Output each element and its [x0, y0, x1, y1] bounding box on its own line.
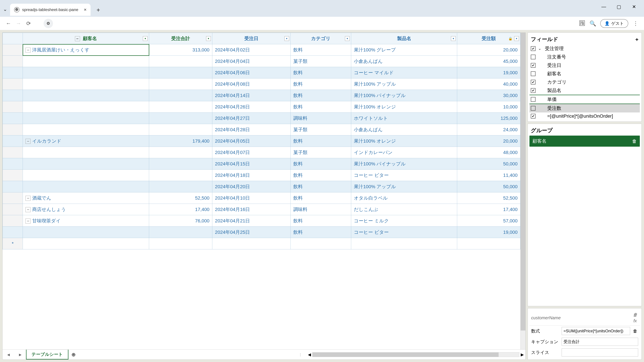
data-cell[interactable]: 飲料: [290, 90, 351, 101]
data-cell[interactable]: 2024年04月10日: [212, 192, 290, 204]
row-header[interactable]: [3, 124, 23, 135]
vertical-scrollbar[interactable]: [520, 33, 526, 350]
data-cell[interactable]: 52,500: [457, 192, 520, 204]
data-cell[interactable]: 48,000: [457, 147, 520, 158]
checkbox-icon[interactable]: [531, 71, 536, 76]
filter-dropdown-icon[interactable]: ▼: [514, 36, 519, 41]
caption-input[interactable]: [562, 338, 638, 346]
data-cell[interactable]: 45,000: [457, 56, 520, 67]
collapse-icon[interactable]: −: [26, 139, 30, 144]
data-cell[interactable]: 飲料: [290, 158, 351, 170]
table-row[interactable]: 2024年04月06日飲料コーヒー マイルド19,000: [3, 67, 520, 78]
checkbox-icon[interactable]: [531, 63, 536, 68]
data-cell[interactable]: 2024年04月16日: [212, 204, 290, 215]
table-sheet[interactable]: − 顧客名 ▼ 受注合計 ▼ 受注日 ▼: [2, 33, 520, 249]
collapse-icon[interactable]: −: [26, 207, 30, 212]
data-cell[interactable]: 飲料: [290, 67, 351, 78]
col-customer[interactable]: − 顧客名 ▼: [23, 33, 149, 44]
data-cell[interactable]: 2024年04月08日: [212, 78, 290, 90]
data-cell[interactable]: 2024年04月04日: [212, 56, 290, 67]
data-cell[interactable]: 20,000: [457, 44, 520, 56]
data-cell[interactable]: 2024年04月14日: [212, 90, 290, 101]
row-header[interactable]: [3, 227, 23, 238]
data-cell[interactable]: 20,000: [457, 135, 520, 147]
data-cell[interactable]: 19,000: [457, 67, 520, 78]
row-header[interactable]: [3, 170, 23, 181]
data-cell[interactable]: コーヒー ビター: [351, 170, 457, 181]
close-icon[interactable]: ×: [84, 7, 86, 12]
formula-input[interactable]: [562, 327, 630, 335]
zoom-icon[interactable]: 🔍: [590, 20, 596, 27]
total-cell[interactable]: 76,000: [149, 215, 212, 227]
row-header[interactable]: [3, 113, 23, 124]
table-row[interactable]: −商店せんしょう17,4002024年04月16日調味料だしこんぶ17,400: [3, 204, 520, 215]
data-cell[interactable]: 菓子類: [290, 124, 351, 135]
checkbox-icon[interactable]: [531, 106, 536, 111]
new-row-star[interactable]: *: [3, 238, 23, 249]
total-cell[interactable]: 52,500: [149, 192, 212, 204]
back-icon[interactable]: ←: [5, 20, 12, 27]
scroll-right-icon[interactable]: ▶: [521, 352, 524, 357]
checkbox-icon[interactable]: [531, 80, 536, 84]
row-header[interactable]: [3, 147, 23, 158]
table-row[interactable]: −イルカランド179,4002024年04月05日飲料果汁100% オレンジ20…: [3, 135, 520, 147]
site-controls-icon[interactable]: ⚙: [44, 19, 53, 28]
filter-dropdown-icon[interactable]: ▼: [206, 36, 211, 41]
data-cell[interactable]: コーヒー ビター: [351, 227, 457, 238]
drag-handle-icon[interactable]: ⋮: [294, 353, 306, 357]
row-header[interactable]: [3, 204, 23, 215]
data-cell[interactable]: 50,000: [457, 181, 520, 192]
data-cell[interactable]: 50,000: [457, 158, 520, 170]
filter-dropdown-icon[interactable]: ▼: [284, 36, 289, 41]
collapse-icon[interactable]: −: [26, 196, 30, 201]
data-cell[interactable]: 2024年04月21日: [212, 215, 290, 227]
minimize-icon[interactable]: —: [600, 3, 607, 10]
customer-cell[interactable]: −商店せんしょう: [23, 204, 149, 215]
data-cell[interactable]: 飲料: [290, 135, 351, 147]
field-item[interactable]: 単価: [530, 95, 640, 104]
row-header[interactable]: [3, 192, 23, 204]
kebab-menu-icon[interactable]: ⋮: [632, 20, 639, 27]
table-row[interactable]: 2024年04月26日飲料果汁100% オレンジ10,000: [3, 101, 520, 113]
field-item[interactable]: 受注数: [530, 104, 640, 112]
sheet-nav-next-icon[interactable]: ▶: [14, 353, 26, 357]
slice-input[interactable]: [562, 349, 638, 357]
table-row[interactable]: 2024年04月07日菓子類インドカレーパン48,000: [3, 147, 520, 158]
col-product[interactable]: 製品名 ▼: [351, 33, 457, 44]
field-item[interactable]: 注文番号: [530, 53, 640, 61]
scrollbar-thumb[interactable]: [312, 353, 498, 357]
sheet-nav-prev-icon[interactable]: ◀: [2, 353, 14, 357]
scroll-left-icon[interactable]: ◀: [308, 352, 311, 357]
add-field-icon[interactable]: +: [635, 36, 638, 42]
trash-icon[interactable]: 🗑: [632, 312, 638, 318]
table-row[interactable]: 2024年04月18日飲料コーヒー ビター11,400: [3, 170, 520, 181]
row-header[interactable]: [3, 215, 23, 227]
table-row[interactable]: −甘味喫茶ダイ76,0002024年04月21日飲料コーヒー ミルク57,000: [3, 215, 520, 227]
col-total[interactable]: 受注合計 ▼: [149, 33, 212, 44]
field-item[interactable]: 受注日: [530, 61, 640, 69]
browser-tab[interactable]: 🌐︎ spreadjs-tablesheet-basic-pane ×: [10, 4, 90, 16]
data-cell[interactable]: 小倉あんぱん: [351, 124, 457, 135]
data-cell[interactable]: 125,000: [457, 113, 520, 124]
data-cell[interactable]: 調味料: [290, 113, 351, 124]
field-item[interactable]: カテゴリ: [530, 78, 640, 86]
tab-list-chevron-icon[interactable]: ⌄: [0, 4, 10, 14]
filter-dropdown-icon[interactable]: ▼: [143, 36, 148, 41]
row-header[interactable]: [3, 181, 23, 192]
data-cell[interactable]: 菓子類: [290, 56, 351, 67]
data-cell[interactable]: インドカレーパン: [351, 147, 457, 158]
collapse-icon[interactable]: −: [26, 48, 30, 53]
data-cell[interactable]: 果汁100% アップル: [351, 78, 457, 90]
collapse-icon[interactable]: −: [26, 219, 30, 224]
table-row[interactable]: 2024年04月14日飲料果汁100% パイナップル30,000: [3, 90, 520, 101]
customer-cell[interactable]: −洋風居酒屋けい・えっくす: [23, 44, 149, 56]
data-cell[interactable]: 2024年04月26日: [212, 101, 290, 113]
field-item[interactable]: =[@unitPrice]*[@unitsOnOrder]: [530, 112, 640, 120]
data-cell[interactable]: 10,000: [457, 101, 520, 113]
row-header[interactable]: [3, 67, 23, 78]
data-cell[interactable]: 2024年04月05日: [212, 135, 290, 147]
data-cell[interactable]: 17,400: [457, 204, 520, 215]
data-cell[interactable]: 2024年04月25日: [212, 227, 290, 238]
row-header[interactable]: [3, 44, 23, 56]
row-header[interactable]: [3, 78, 23, 90]
